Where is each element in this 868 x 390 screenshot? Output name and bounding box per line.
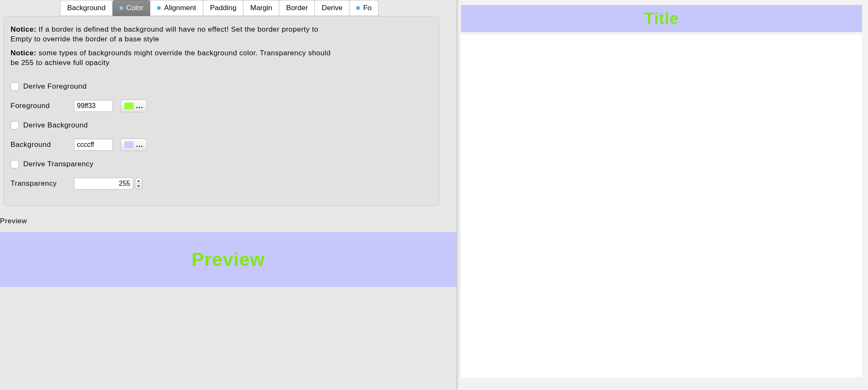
derive-background-checkbox[interactable] <box>11 121 19 130</box>
notice-text: If a border is defined the background wi… <box>11 25 318 43</box>
tab-indicator-icon <box>157 6 161 10</box>
right-panel: Title <box>456 0 868 390</box>
derive-transparency-checkbox[interactable] <box>11 160 19 168</box>
stepper-down-icon[interactable]: ▼ <box>135 184 142 189</box>
tab-indicator-icon <box>356 6 360 10</box>
transparency-stepper[interactable]: ▲ ▼ <box>135 178 142 190</box>
ellipsis-icon: ... <box>136 102 143 110</box>
transparency-input[interactable] <box>74 178 133 190</box>
preview-text: Preview <box>191 249 265 270</box>
tab-label: Padding <box>210 4 236 12</box>
background-input[interactable] <box>74 139 113 151</box>
preview-box: Preview <box>0 232 456 287</box>
right-body <box>461 35 862 377</box>
notice-border: Notice: If a border is defined the backg… <box>11 25 340 44</box>
color-settings-panel: Notice: If a border is defined the backg… <box>3 16 439 206</box>
title-bar: Title <box>461 5 862 32</box>
foreground-label: Foreground <box>11 102 74 110</box>
stepper-up-icon[interactable]: ▲ <box>135 178 142 184</box>
derive-foreground-checkbox[interactable] <box>11 82 19 91</box>
tab-label: Border <box>286 4 308 12</box>
tab-background[interactable]: Background <box>60 0 113 16</box>
foreground-color-button[interactable]: ... <box>120 100 147 112</box>
tab-color[interactable]: Color <box>112 0 151 16</box>
tab-padding[interactable]: Padding <box>203 0 243 16</box>
background-color-button[interactable]: ... <box>120 138 147 151</box>
tab-border[interactable]: Border <box>279 0 315 16</box>
notice-text: some types of backgrounds might override… <box>11 49 331 67</box>
tab-derive[interactable]: Derive <box>314 0 349 16</box>
background-label: Background <box>11 141 74 149</box>
tab-label: Alignment <box>164 4 196 12</box>
tab-margin[interactable]: Margin <box>243 0 279 16</box>
derive-foreground-label: Derive Foreground <box>23 82 87 91</box>
tab-label: Derive <box>322 4 342 12</box>
tab-font-truncated[interactable]: Fo <box>349 0 379 16</box>
tab-bar: Background Color Alignment Padding Margi… <box>60 0 456 16</box>
preview-heading: Preview <box>0 217 456 225</box>
transparency-label: Transparency <box>11 179 74 188</box>
derive-transparency-label: Derive Transparency <box>23 160 93 168</box>
background-swatch-icon <box>124 141 134 148</box>
tab-label: Color <box>126 4 144 12</box>
foreground-swatch-icon <box>124 103 134 109</box>
title-text: Title <box>644 10 679 28</box>
notice-prefix: Notice: <box>11 25 36 33</box>
notice-prefix: Notice: <box>11 49 36 57</box>
derive-background-label: Derive Background <box>23 121 88 130</box>
tab-label: Margin <box>250 4 272 12</box>
ellipsis-icon: ... <box>136 141 143 149</box>
tab-label: Background <box>67 4 106 12</box>
foreground-input[interactable] <box>74 100 113 112</box>
notice-transparency: Notice: some types of backgrounds might … <box>11 49 340 68</box>
tab-label: Fo <box>363 4 371 12</box>
tab-alignment[interactable]: Alignment <box>150 0 203 16</box>
tab-indicator-icon <box>120 6 123 10</box>
